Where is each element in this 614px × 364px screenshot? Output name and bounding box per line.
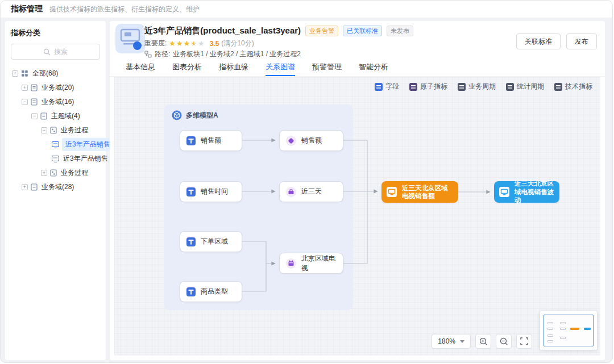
tab-chart-analysis[interactable]: 图表分析 [172,59,202,76]
minimap-node [560,322,566,324]
tree-item-process-1[interactable]: − 业务过程 [11,123,100,137]
field-icon [186,187,196,197]
app-window: 指标管理 提供技术指标的派生指标、衍生指标的定义、维护 指标分类 搜索 + 全部… [0,0,613,363]
chevron-down-icon [460,340,464,343]
node-label: 销售额 [201,136,221,145]
tab-basic-info[interactable]: 基本信息 [126,59,155,76]
graph-node-tech-metric[interactable]: 近三天北京区域电视销售波动 [494,181,559,203]
tree-item-process-2[interactable]: + 业务过程 [11,166,100,180]
zoom-in-button[interactable] [475,334,491,349]
collection-icon [21,70,28,77]
app-subtitle: 提供技术指标的派生指标、衍生指标的定义、维护 [49,5,200,14]
tree-item-label: 业务域(28) [40,181,75,194]
tree-item-metric-selected[interactable]: 近3年产品销售 [11,137,100,152]
minimap-node-tech [584,328,591,330]
zoom-out-button[interactable] [496,334,512,349]
minimap-node [547,340,553,342]
search-input[interactable]: 搜索 [11,44,100,60]
expander-icon[interactable]: + [12,70,18,77]
search-placeholder: 搜索 [54,47,68,57]
graph-node-statistic-period[interactable]: 北京区域电视 [279,253,343,274]
tree-item-label: 全部(68) [31,67,59,80]
statistic-period-icon [285,258,297,269]
atomic-metric-icon [285,135,297,147]
node-label: 下单区域 [201,237,228,246]
status-badge-unpublished: 未发布 [387,26,413,36]
breadcrumb: 业务板块1 / 业务域2 / 主题域1 / 业务过程2 [173,49,301,59]
page-title: 近3年产品销售(product_sale_last3year) [144,26,301,36]
fit-screen-button[interactable] [516,334,532,349]
node-label: 商品类型 [201,287,228,296]
expander-icon[interactable]: + [41,170,47,176]
expander-icon[interactable]: − [22,99,28,105]
doc-icon [40,112,47,120]
tree-item-label: 业务过程 [60,166,89,179]
tree-item-subject4[interactable]: − 主题域(4) [11,109,100,123]
tab-ai-analysis[interactable]: 智能分析 [359,59,388,76]
rating-max-label: (满分10分) [221,39,254,48]
status-dot [133,41,142,50]
tab-relation-graph[interactable]: 关系图谱 [265,59,295,76]
tree-item-label: 近3年产品销售 [62,152,109,165]
node-label: 销售额 [301,136,322,145]
publish-button[interactable]: 发布 [566,34,597,49]
minimap-node [560,337,566,339]
tree-item-domain16[interactable]: − 业务域(16) [11,95,100,109]
field-icon [186,136,196,146]
graph-node-atomic-metric[interactable]: 销售额 [279,130,343,151]
zoom-level-select[interactable]: 180% [432,334,471,349]
minimap-node [547,334,553,337]
path-label: 路径: [155,49,170,59]
expander-icon[interactable]: − [31,113,38,119]
metric-icon [52,141,59,148]
node-label: 销售时间 [201,187,228,196]
expander-icon[interactable]: + [22,184,28,190]
metric-avatar-icon [115,24,145,53]
star-rating: ★★★★★ [169,39,205,48]
field-icon [186,237,196,247]
tree-item-label: 主题域(4) [50,110,81,123]
graph-node-field[interactable]: 下单区域 [180,231,242,252]
minimap-viewport[interactable] [544,315,594,346]
search-icon [43,48,51,56]
graph-node-field[interactable]: 商品类型 [180,281,242,302]
status-badge-alert: 业务告警 [305,26,338,36]
relation-graph-canvas[interactable]: 字段 原子指标 业务周期 统计周期 技术指标 多维模型A [114,77,600,355]
top-header: 指标管理 提供技术指标的派生指标、衍生指标的定义、维护 [1,1,612,18]
tab-bar: 基本信息 图表分析 指标血缘 关系图谱 预警管理 智能分析 [110,59,605,77]
tree-item-label: 业务过程 [60,124,89,137]
associate-standard-button[interactable]: 关联标准 [516,34,561,49]
tab-alert-management[interactable]: 预警管理 [312,59,342,76]
tree-item-label: 业务域(16) [40,95,75,108]
tech-metric-icon [499,186,510,198]
tech-metric-icon [386,186,397,198]
expander-icon[interactable]: − [41,127,47,133]
path-icon [144,51,152,58]
status-badge-standard: 已关联标准 [343,26,382,36]
minimap-node [560,328,566,330]
doc-icon [31,84,38,91]
doc-icon [31,183,38,191]
graph-node-field[interactable]: 销售额 [180,130,242,151]
process-icon [50,169,57,177]
importance-label: 重要度: [144,39,167,48]
minimap-node [547,322,553,324]
sidebar-title: 指标分类 [11,28,100,38]
zoom-level-value: 180% [438,337,455,345]
app-title: 指标管理 [11,4,43,14]
graph-node-field[interactable]: 销售时间 [180,181,242,202]
tree-item-metric[interactable]: 近3年产品销售 [11,152,100,166]
expander-icon[interactable]: + [22,85,28,91]
tree-item-domain28[interactable]: + 业务域(28) [11,180,100,194]
zoom-toolbar: 180% [432,334,532,349]
tab-metric-lineage[interactable]: 指标血缘 [219,59,248,76]
main-panel: 近3年产品销售(product_sale_last3year) 业务告警 已关联… [110,21,605,360]
tree-item-domain20[interactable]: + 业务域(20) [11,81,100,95]
graph-node-derived-metric[interactable]: 近三天北京区域电视销售额 [381,181,458,203]
graph-node-business-period[interactable]: 近三天 [279,181,343,202]
tree-item-label: 近3年产品销售 [62,138,114,151]
tree-item-all[interactable]: + 全部(68) [11,66,100,81]
minimap[interactable] [540,311,597,350]
node-label: 近三天北京区域电视销售波动 [515,179,555,204]
node-label: 近三天北京区域电视销售额 [402,184,454,200]
